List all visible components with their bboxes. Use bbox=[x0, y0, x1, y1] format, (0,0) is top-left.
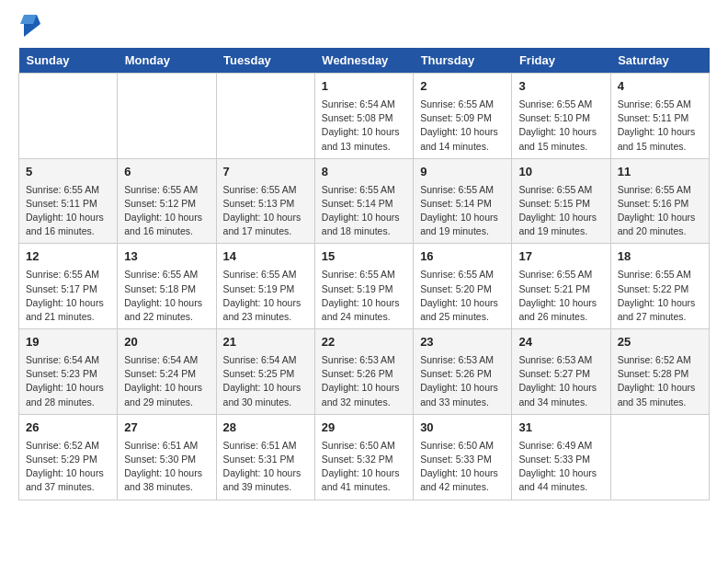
calendar-cell: 13Sunrise: 6:55 AM Sunset: 5:18 PM Dayli… bbox=[118, 244, 216, 329]
day-info: Sunrise: 6:52 AM Sunset: 5:28 PM Dayligh… bbox=[618, 353, 702, 409]
calendar-cell: 31Sunrise: 6:49 AM Sunset: 5:33 PM Dayli… bbox=[512, 414, 610, 500]
day-info: Sunrise: 6:49 AM Sunset: 5:33 PM Dayligh… bbox=[518, 439, 603, 495]
calendar-cell: 23Sunrise: 6:53 AM Sunset: 5:26 PM Dayli… bbox=[414, 329, 512, 415]
calendar-week-row: 26Sunrise: 6:52 AM Sunset: 5:29 PM Dayli… bbox=[19, 414, 710, 500]
calendar-cell bbox=[19, 74, 118, 159]
calendar-cell: 1Sunrise: 6:54 AM Sunset: 5:08 PM Daylig… bbox=[314, 74, 413, 159]
day-info: Sunrise: 6:55 AM Sunset: 5:11 PM Dayligh… bbox=[618, 98, 702, 154]
day-number: 18 bbox=[618, 248, 702, 266]
calendar-cell: 2Sunrise: 6:55 AM Sunset: 5:09 PM Daylig… bbox=[414, 74, 512, 159]
calendar-cell: 27Sunrise: 6:51 AM Sunset: 5:30 PM Dayli… bbox=[118, 414, 216, 500]
weekday-header-saturday: Saturday bbox=[610, 48, 709, 74]
day-info: Sunrise: 6:55 AM Sunset: 5:15 PM Dayligh… bbox=[518, 183, 603, 239]
day-info: Sunrise: 6:51 AM Sunset: 5:30 PM Dayligh… bbox=[124, 439, 209, 495]
day-info: Sunrise: 6:51 AM Sunset: 5:31 PM Dayligh… bbox=[223, 439, 308, 495]
day-number: 24 bbox=[518, 334, 603, 351]
calendar-week-row: 19Sunrise: 6:54 AM Sunset: 5:23 PM Dayli… bbox=[19, 329, 710, 415]
calendar-cell: 16Sunrise: 6:55 AM Sunset: 5:20 PM Dayli… bbox=[414, 244, 512, 329]
day-number: 13 bbox=[124, 248, 209, 266]
calendar-cell: 18Sunrise: 6:55 AM Sunset: 5:22 PM Dayli… bbox=[610, 244, 709, 329]
calendar-week-row: 5Sunrise: 6:55 AM Sunset: 5:11 PM Daylig… bbox=[19, 158, 710, 244]
day-info: Sunrise: 6:55 AM Sunset: 5:22 PM Dayligh… bbox=[618, 268, 702, 324]
day-info: Sunrise: 6:54 AM Sunset: 5:08 PM Dayligh… bbox=[322, 98, 406, 154]
calendar-cell: 26Sunrise: 6:52 AM Sunset: 5:29 PM Dayli… bbox=[19, 414, 118, 500]
day-number: 15 bbox=[322, 248, 406, 266]
day-number: 23 bbox=[420, 334, 505, 351]
day-number: 2 bbox=[420, 78, 505, 96]
day-number: 21 bbox=[223, 334, 308, 351]
day-info: Sunrise: 6:55 AM Sunset: 5:18 PM Dayligh… bbox=[124, 268, 209, 324]
calendar-cell: 8Sunrise: 6:55 AM Sunset: 5:14 PM Daylig… bbox=[314, 158, 413, 244]
day-info: Sunrise: 6:55 AM Sunset: 5:19 PM Dayligh… bbox=[223, 268, 308, 324]
calendar-cell: 30Sunrise: 6:50 AM Sunset: 5:33 PM Dayli… bbox=[414, 414, 512, 500]
day-number: 25 bbox=[618, 334, 702, 351]
calendar-cell: 29Sunrise: 6:50 AM Sunset: 5:32 PM Dayli… bbox=[314, 414, 413, 500]
day-info: Sunrise: 6:54 AM Sunset: 5:24 PM Dayligh… bbox=[124, 353, 209, 409]
calendar-cell: 21Sunrise: 6:54 AM Sunset: 5:25 PM Dayli… bbox=[216, 329, 314, 415]
day-number: 20 bbox=[124, 334, 209, 351]
page-header bbox=[18, 15, 710, 37]
calendar-cell: 28Sunrise: 6:51 AM Sunset: 5:31 PM Dayli… bbox=[216, 414, 314, 500]
day-info: Sunrise: 6:50 AM Sunset: 5:33 PM Dayligh… bbox=[420, 439, 505, 495]
day-info: Sunrise: 6:54 AM Sunset: 5:23 PM Dayligh… bbox=[26, 353, 110, 409]
day-number: 11 bbox=[618, 164, 702, 181]
weekday-header-tuesday: Tuesday bbox=[216, 48, 314, 74]
day-info: Sunrise: 6:53 AM Sunset: 5:27 PM Dayligh… bbox=[518, 353, 603, 409]
calendar-cell: 11Sunrise: 6:55 AM Sunset: 5:16 PM Dayli… bbox=[610, 158, 709, 244]
day-number: 14 bbox=[223, 248, 308, 266]
day-info: Sunrise: 6:55 AM Sunset: 5:16 PM Dayligh… bbox=[618, 183, 702, 239]
day-info: Sunrise: 6:54 AM Sunset: 5:25 PM Dayligh… bbox=[223, 353, 308, 409]
calendar-cell: 19Sunrise: 6:54 AM Sunset: 5:23 PM Dayli… bbox=[19, 329, 118, 415]
calendar-cell: 3Sunrise: 6:55 AM Sunset: 5:10 PM Daylig… bbox=[512, 74, 610, 159]
day-info: Sunrise: 6:53 AM Sunset: 5:26 PM Dayligh… bbox=[322, 353, 406, 409]
day-number: 4 bbox=[618, 78, 702, 96]
day-info: Sunrise: 6:53 AM Sunset: 5:26 PM Dayligh… bbox=[420, 353, 505, 409]
weekday-header-thursday: Thursday bbox=[414, 48, 512, 74]
calendar-cell: 9Sunrise: 6:55 AM Sunset: 5:14 PM Daylig… bbox=[414, 158, 512, 244]
day-number: 28 bbox=[223, 419, 308, 437]
calendar-cell: 10Sunrise: 6:55 AM Sunset: 5:15 PM Dayli… bbox=[512, 158, 610, 244]
day-number: 19 bbox=[26, 334, 110, 351]
day-number: 22 bbox=[322, 334, 406, 351]
day-number: 29 bbox=[322, 419, 406, 437]
day-info: Sunrise: 6:55 AM Sunset: 5:12 PM Dayligh… bbox=[124, 183, 209, 239]
day-number: 8 bbox=[322, 164, 406, 181]
weekday-header-monday: Monday bbox=[118, 48, 216, 74]
day-info: Sunrise: 6:55 AM Sunset: 5:10 PM Dayligh… bbox=[518, 98, 603, 154]
day-number: 27 bbox=[124, 419, 209, 437]
calendar-cell: 22Sunrise: 6:53 AM Sunset: 5:26 PM Dayli… bbox=[314, 329, 413, 415]
calendar-cell: 25Sunrise: 6:52 AM Sunset: 5:28 PM Dayli… bbox=[610, 329, 709, 415]
day-info: Sunrise: 6:55 AM Sunset: 5:09 PM Dayligh… bbox=[420, 98, 505, 154]
calendar-cell bbox=[216, 74, 314, 159]
day-info: Sunrise: 6:55 AM Sunset: 5:13 PM Dayligh… bbox=[223, 183, 308, 239]
day-number: 12 bbox=[26, 248, 110, 266]
calendar-cell: 12Sunrise: 6:55 AM Sunset: 5:17 PM Dayli… bbox=[19, 244, 118, 329]
calendar-cell: 15Sunrise: 6:55 AM Sunset: 5:19 PM Dayli… bbox=[314, 244, 413, 329]
day-number: 7 bbox=[223, 164, 308, 181]
day-number: 10 bbox=[518, 164, 603, 181]
day-info: Sunrise: 6:55 AM Sunset: 5:11 PM Dayligh… bbox=[26, 183, 110, 239]
logo-icon bbox=[20, 11, 40, 37]
day-info: Sunrise: 6:55 AM Sunset: 5:14 PM Dayligh… bbox=[420, 183, 505, 239]
day-info: Sunrise: 6:55 AM Sunset: 5:21 PM Dayligh… bbox=[518, 268, 603, 324]
calendar-table: SundayMondayTuesdayWednesdayThursdayFrid… bbox=[18, 48, 710, 500]
day-number: 31 bbox=[518, 419, 603, 437]
day-number: 3 bbox=[518, 78, 603, 96]
day-info: Sunrise: 6:52 AM Sunset: 5:29 PM Dayligh… bbox=[26, 439, 110, 495]
day-info: Sunrise: 6:55 AM Sunset: 5:17 PM Dayligh… bbox=[26, 268, 110, 324]
day-number: 26 bbox=[26, 419, 110, 437]
day-info: Sunrise: 6:55 AM Sunset: 5:19 PM Dayligh… bbox=[322, 268, 406, 324]
calendar-cell: 5Sunrise: 6:55 AM Sunset: 5:11 PM Daylig… bbox=[19, 158, 118, 244]
calendar-cell: 6Sunrise: 6:55 AM Sunset: 5:12 PM Daylig… bbox=[118, 158, 216, 244]
calendar-cell: 24Sunrise: 6:53 AM Sunset: 5:27 PM Dayli… bbox=[512, 329, 610, 415]
calendar-cell: 14Sunrise: 6:55 AM Sunset: 5:19 PM Dayli… bbox=[216, 244, 314, 329]
calendar-week-row: 12Sunrise: 6:55 AM Sunset: 5:17 PM Dayli… bbox=[19, 244, 710, 329]
day-number: 6 bbox=[124, 164, 209, 181]
logo bbox=[18, 15, 40, 37]
calendar-week-row: 1Sunrise: 6:54 AM Sunset: 5:08 PM Daylig… bbox=[19, 74, 710, 159]
day-number: 5 bbox=[26, 164, 110, 181]
weekday-header-friday: Friday bbox=[512, 48, 610, 74]
day-number: 17 bbox=[518, 248, 603, 266]
day-info: Sunrise: 6:55 AM Sunset: 5:14 PM Dayligh… bbox=[322, 183, 406, 239]
calendar-cell: 7Sunrise: 6:55 AM Sunset: 5:13 PM Daylig… bbox=[216, 158, 314, 244]
